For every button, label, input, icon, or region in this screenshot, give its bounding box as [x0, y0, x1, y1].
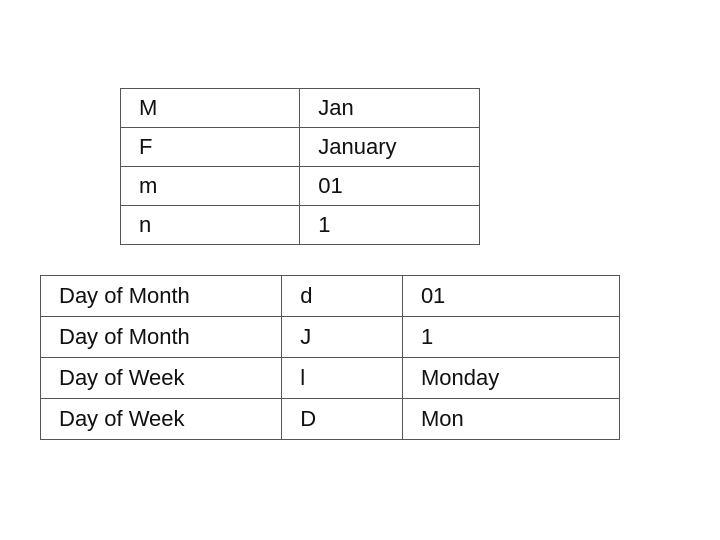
symbol-cell: F	[121, 128, 300, 167]
example-cell: January	[300, 128, 480, 167]
symbol-cell: l	[282, 358, 403, 399]
table-row: Day of Monthd01	[41, 276, 620, 317]
example-cell: Jan	[300, 89, 480, 128]
table-row: Day of WeekDMon	[41, 399, 620, 440]
example-cell: Monday	[402, 358, 619, 399]
page-title	[40, 30, 680, 68]
symbol-cell: J	[282, 317, 403, 358]
example-cell: 1	[300, 206, 480, 245]
symbol-cell: d	[282, 276, 403, 317]
symbol-cell: n	[121, 206, 300, 245]
category-cell: Day of Month	[41, 317, 282, 358]
example-cell: Mon	[402, 399, 619, 440]
category-cell: Day of Week	[41, 358, 282, 399]
top-table: MJanFJanuarym01n1	[120, 88, 480, 245]
category-cell: Day of Month	[41, 276, 282, 317]
symbol-cell: M	[121, 89, 300, 128]
table-row: MJan	[121, 89, 480, 128]
example-cell: 1	[402, 317, 619, 358]
table-row: n1	[121, 206, 480, 245]
example-cell: 01	[300, 167, 480, 206]
symbol-cell: D	[282, 399, 403, 440]
category-cell: Day of Week	[41, 399, 282, 440]
bottom-table: Day of Monthd01Day of MonthJ1Day of Week…	[40, 275, 620, 440]
symbol-cell: m	[121, 167, 300, 206]
example-cell: 01	[402, 276, 619, 317]
table-row: FJanuary	[121, 128, 480, 167]
table-row: Day of WeeklMonday	[41, 358, 620, 399]
table-row: m01	[121, 167, 480, 206]
table-row: Day of MonthJ1	[41, 317, 620, 358]
